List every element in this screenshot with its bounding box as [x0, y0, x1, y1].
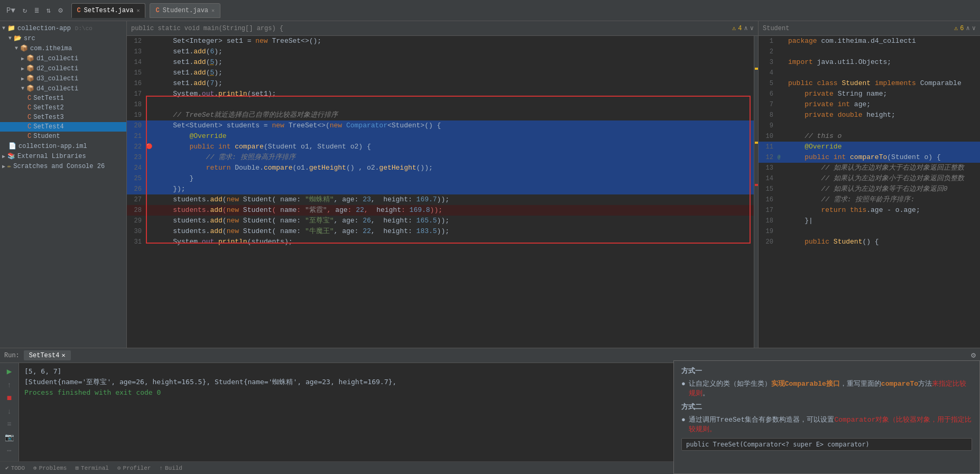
- r-code-content-12: public int compareTo(Student o) {: [786, 152, 980, 163]
- r-code-content-6: private String name;: [786, 89, 980, 99]
- chevron-d2: ▶: [21, 66, 24, 72]
- r-code-line-18: 18 }|: [759, 216, 980, 226]
- code-content-14: set1.add(5);: [154, 57, 758, 68]
- line-num-30: 30: [127, 226, 146, 237]
- r-code-content-13: // 如果认为左边对象大于右边对象返回正整数: [786, 163, 980, 173]
- line-num-23: 23: [127, 152, 146, 163]
- run-camera-button[interactable]: 📷: [5, 433, 14, 442]
- tab-student[interactable]: C Student.java ✕: [150, 3, 220, 18]
- r-code-line-3: 3 import java.util.Objects;: [759, 57, 980, 68]
- bookmark-icon[interactable]: ⇅: [44, 5, 53, 16]
- refresh-icon[interactable]: ↻: [21, 5, 29, 16]
- class-icon-st3: C: [27, 114, 31, 121]
- run-stop-button[interactable]: ■: [7, 394, 12, 403]
- src-icon: 📂: [14, 34, 22, 42]
- run-sidebar: ▶ ↑ ■ ↓ ≡ 📷 ⋯: [0, 363, 19, 461]
- sidebar-item-collection-app[interactable]: ▼ 📁 collection-app D:\co: [0, 23, 126, 33]
- sidebar-item-iml[interactable]: 📄 collection-app.iml: [0, 141, 126, 151]
- tab-run-close[interactable]: ✕: [61, 351, 65, 359]
- status-problems[interactable]: ⊕ Problems: [33, 464, 67, 471]
- status-profiler[interactable]: ⊙ Profiler: [117, 464, 151, 471]
- r-code-content-8: private double height;: [786, 110, 980, 120]
- line-num-12: 12: [127, 36, 146, 47]
- code-line-30: 30 students.add(new Student( name: "牛魔王"…: [127, 226, 758, 237]
- class-icon-st2: C: [27, 104, 31, 111]
- code-line-21: 21 @Override: [127, 131, 758, 142]
- iml-icon: 📄: [8, 142, 16, 150]
- settings-icon[interactable]: ⚙: [56, 5, 64, 16]
- warn-down-right[interactable]: ∨: [972, 24, 976, 32]
- lib-icon: 📚: [7, 152, 15, 160]
- sidebar-item-settest2[interactable]: C SetTest2: [0, 103, 126, 113]
- project-icon[interactable]: P▼: [4, 5, 17, 16]
- code-line-23: 23 // 需求: 按照身高升序排序: [127, 152, 758, 163]
- run-more-button[interactable]: ⋯: [7, 446, 11, 455]
- sidebar-item-student[interactable]: C Student: [0, 132, 126, 141]
- code-content-23: // 需求: 按照身高升序排序: [154, 152, 758, 163]
- warn-up-left[interactable]: ∧: [744, 24, 748, 32]
- popup-section1-text: 让自定义的类（如学生类）实现Comparable接口，重写里面的compareT…: [689, 379, 972, 398]
- sidebar-item-scratches[interactable]: ▶ ✏ Scratches and Console 26: [0, 161, 126, 171]
- run-play-button[interactable]: ▶: [7, 366, 12, 377]
- sidebar-item-settest3[interactable]: C SetTest3: [0, 113, 126, 122]
- code-panel-right[interactable]: Student ⚠ 6 ∧ ∨ 1 package com.itheima.d4…: [758, 21, 980, 348]
- r-code-content-20: public Student() {: [786, 237, 980, 247]
- code-line-20: 20 Set<Student> students = new TreeSet<>…: [127, 120, 758, 131]
- code-line-28: 28 students.add(new Student( name: "紫霞",…: [127, 205, 758, 216]
- bullet-dot-2: ●: [681, 416, 686, 424]
- sidebar-item-com-itheima[interactable]: ▼ 📦 com.itheima: [0, 43, 126, 53]
- r-line-num-10: 10: [759, 131, 778, 142]
- sidebar-item-settest4[interactable]: C SetTest4: [0, 122, 126, 132]
- r-code-line-13: 13 // 如果认为左边对象大于右边对象返回正整数: [759, 163, 980, 173]
- run-down-button[interactable]: ↓: [7, 407, 11, 416]
- sidebar-item-settest1[interactable]: C SetTest1: [0, 94, 126, 103]
- sidebar-item-src[interactable]: ▼ 📂 src: [0, 33, 126, 43]
- popup-code-text: public TreeSet(Comparator<? super E> com…: [686, 441, 870, 448]
- popup-section2-title: 方式二: [681, 402, 972, 412]
- scratch-icon: ✏: [7, 162, 11, 170]
- code-panel-left[interactable]: public static void main(String[] args) {…: [127, 21, 758, 348]
- code-content-17: System.out.println(set1);: [154, 89, 758, 99]
- code-content-20: Set<Student> students = new TreeSet<>(ne…: [154, 120, 758, 131]
- settings-run-icon[interactable]: ⚙: [971, 350, 976, 360]
- r-code-content-15: // 如果认为左边对象等于右边对象返回0: [786, 184, 980, 194]
- code-line-14: 14 set1.add(5);: [127, 57, 758, 68]
- run-format-button[interactable]: ≡: [7, 420, 11, 429]
- sidebar-label-src: src: [24, 35, 35, 42]
- status-todo[interactable]: ✔ TODO: [5, 464, 25, 471]
- r-code-content-17: return this.age - o.age;: [786, 205, 980, 216]
- run-up-button[interactable]: ↑: [7, 381, 11, 389]
- bottom-content: ▶ ↑ ■ ↓ ≡ 📷 ⋯ [5, 6, 7] [Student{name='至…: [0, 363, 980, 461]
- popup-code-bar: public TreeSet(Comparator<? super E> com…: [681, 438, 972, 451]
- r-line-num-15: 15: [759, 184, 778, 194]
- profiler-label: Profiler: [123, 465, 151, 471]
- tab-run[interactable]: SetTest4 ✕: [24, 350, 71, 360]
- structure-icon[interactable]: ≣: [32, 5, 41, 16]
- line-num-19: 19: [127, 110, 146, 120]
- tab-settest4[interactable]: C SetTest4.java ✕: [71, 3, 146, 18]
- tab-run-label: SetTest4: [29, 352, 60, 359]
- sidebar-item-d1[interactable]: ▶ 📦 d1_collecti: [0, 53, 126, 63]
- r-line-num-18: 18: [759, 216, 778, 226]
- status-terminal[interactable]: ⊞ Terminal: [75, 464, 108, 471]
- sidebar-label-collection-app: collection-app: [17, 25, 71, 32]
- sidebar-item-d4[interactable]: ▼ 📦 d4_collecti: [0, 83, 126, 94]
- sidebar-item-ext-libs[interactable]: ▶ 📚 External Libraries: [0, 151, 126, 161]
- code-content-15: set1.add(5);: [154, 68, 758, 78]
- tab-student-close[interactable]: ✕: [211, 7, 215, 14]
- terminal-label: Terminal: [81, 465, 109, 471]
- line-num-16: 16: [127, 78, 146, 89]
- line-num-22: 22: [127, 142, 146, 152]
- sidebar-item-d3[interactable]: ▶ 📦 d3_collecti: [0, 73, 126, 83]
- warn-down-left[interactable]: ∨: [750, 24, 754, 32]
- sidebar-label-d2: d2_collecti: [36, 65, 78, 72]
- status-build[interactable]: ↑ Build: [159, 465, 182, 471]
- code-line-27: 27 students.add(new Student( name: "蜘蛛精"…: [127, 194, 758, 205]
- r-code-content-11: @Override: [786, 142, 980, 152]
- warn-up-right[interactable]: ∧: [966, 24, 970, 32]
- r-code-line-2: 2: [759, 47, 980, 57]
- sidebar-item-d2[interactable]: ▶ 📦 d2_collecti: [0, 63, 126, 73]
- code-line-25: 25 }: [127, 173, 758, 184]
- sidebar-label-st4: SetTest4: [33, 123, 64, 131]
- tab-settest4-close[interactable]: ✕: [136, 7, 140, 14]
